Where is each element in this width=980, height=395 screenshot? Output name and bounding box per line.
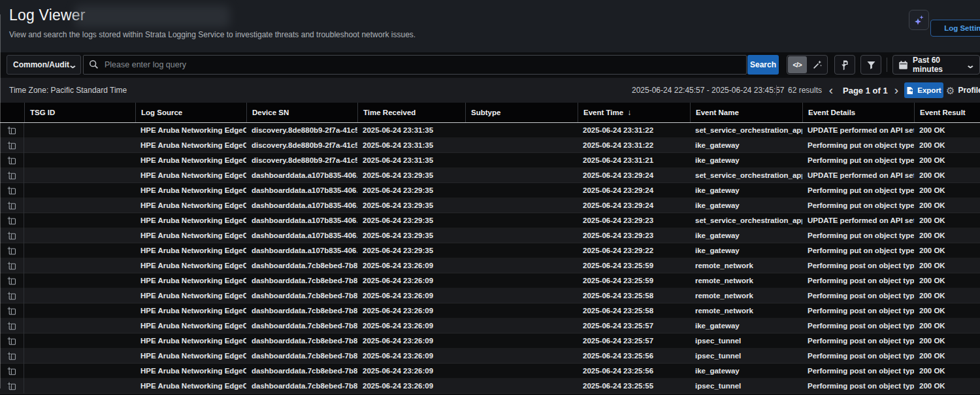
expand-log-details-button[interactable]: [0, 318, 24, 334]
expand-log-details-button[interactable]: [0, 168, 24, 183]
cell-event-details: Performing put on object type i...: [802, 198, 914, 213]
expand-log-details-button[interactable]: [0, 288, 24, 303]
expand-log-details-button[interactable]: [0, 349, 24, 364]
cell-log-source: HPE Aruba Networking EdgeCo...: [135, 318, 246, 334]
code-query-toggle[interactable]: </>: [788, 56, 807, 73]
expand-log-details-button[interactable]: [0, 153, 24, 168]
expand-log-details-button[interactable]: [0, 198, 24, 213]
expand-log-details-button[interactable]: [0, 138, 24, 153]
log-row[interactable]: HPE Aruba Networking EdgeCo... discovery…: [0, 153, 980, 168]
cell-tsg-id: [24, 379, 135, 394]
save-filter-button[interactable]: [834, 55, 855, 75]
header-tsg-id[interactable]: TSG ID: [24, 103, 135, 122]
cell-tsg-id: [24, 349, 135, 364]
log-query-input[interactable]: [83, 55, 747, 75]
log-row[interactable]: HPE Aruba Networking EdgeCo... dashboard…: [0, 273, 980, 288]
expand-log-details-button[interactable]: [0, 379, 24, 394]
expand-log-details-button[interactable]: [0, 213, 24, 228]
log-row[interactable]: HPE Aruba Networking EdgeCo... dashboard…: [0, 288, 980, 303]
expand-log-details-button[interactable]: [0, 123, 24, 138]
log-row[interactable]: HPE Aruba Networking EdgeCo... dashboard…: [0, 198, 980, 213]
export-button[interactable]: Export: [904, 82, 943, 98]
cell-tsg-id: [24, 123, 135, 138]
header-event-name[interactable]: Event Name: [690, 103, 802, 122]
ai-assistant-button[interactable]: [909, 10, 929, 30]
header-time-received[interactable]: Time Received: [357, 103, 465, 122]
cell-event-name: remote_network: [690, 288, 802, 303]
page-prev-button[interactable]: ‹: [826, 78, 836, 103]
cell-event-details: Performing post on object type ...: [802, 303, 914, 318]
log-row[interactable]: HPE Aruba Networking EdgeCo... dashboard…: [0, 349, 980, 364]
expand-details-icon: [7, 322, 16, 331]
results-count: 62 results: [788, 78, 822, 103]
log-row[interactable]: HPE Aruba Networking EdgeCo... discovery…: [0, 123, 980, 138]
header-event-details[interactable]: Event Details: [802, 103, 914, 122]
calendar-icon: [898, 60, 908, 70]
header-event-result[interactable]: Event Result: [914, 103, 980, 122]
cell-subtype: [465, 303, 578, 318]
cell-device-sn: discovery.8de880b9-2f7a-41c5...: [246, 153, 357, 168]
cell-time-received: 2025-06-24 23:26:09: [357, 334, 465, 349]
cell-log-source: HPE Aruba Networking EdgeCo...: [135, 288, 246, 303]
cell-tsg-id: [24, 183, 135, 198]
time-range-selector[interactable]: Past 60 minutes ⌄: [892, 55, 980, 75]
cell-time-received: 2025-06-24 23:29:35: [357, 198, 465, 213]
log-row[interactable]: HPE Aruba Networking EdgeCo... dashboard…: [0, 168, 980, 183]
status-divider: [776, 85, 777, 95]
expand-details-icon: [7, 367, 16, 376]
log-row[interactable]: HPE Aruba Networking EdgeCo... dashboard…: [0, 243, 980, 258]
header-expand-column: [0, 103, 24, 122]
cell-subtype: [465, 318, 578, 334]
log-row[interactable]: HPE Aruba Networking EdgeCo... dashboard…: [0, 364, 980, 379]
filter-button[interactable]: [860, 55, 881, 75]
log-table-body: HPE Aruba Networking EdgeCo... discovery…: [0, 123, 980, 395]
log-row[interactable]: HPE Aruba Networking EdgeCo... dashboard…: [0, 228, 980, 243]
log-row[interactable]: HPE Aruba Networking EdgeCo... dashboard…: [0, 213, 980, 228]
page-next-button[interactable]: ›: [891, 78, 902, 103]
query-builder-toggle[interactable]: [808, 56, 827, 73]
expand-log-details-button[interactable]: [0, 258, 24, 273]
header-log-source[interactable]: Log Source: [135, 103, 246, 122]
expand-log-details-button[interactable]: [0, 243, 24, 258]
expand-log-details-button[interactable]: [0, 334, 24, 349]
search-button[interactable]: Search: [747, 55, 779, 75]
header-event-time[interactable]: Event Time ↓: [578, 103, 690, 122]
expand-details-icon: [7, 292, 16, 301]
header-device-sn[interactable]: Device SN: [246, 103, 357, 122]
profile-label: Profile: [958, 86, 980, 95]
log-row[interactable]: HPE Aruba Networking EdgeCo... dashboard…: [0, 258, 980, 273]
log-row[interactable]: HPE Aruba Networking EdgeCo... dashboard…: [0, 379, 980, 394]
expand-log-details-button[interactable]: [0, 228, 24, 243]
cell-event-time: 2025-06-24 23:31:22: [578, 138, 690, 153]
log-type-selector[interactable]: Common/Audit ⌄: [7, 55, 81, 75]
cell-tsg-id: [24, 258, 135, 273]
expand-log-details-button[interactable]: [0, 303, 24, 318]
cell-tsg-id: [24, 303, 135, 318]
expand-log-details-button[interactable]: [0, 183, 24, 198]
cell-time-received: 2025-06-24 23:26:09: [357, 379, 465, 394]
cell-event-details: Performing post on object type ...: [802, 379, 914, 394]
log-row[interactable]: HPE Aruba Networking EdgeCo... dashboard…: [0, 318, 980, 334]
cell-event-name: remote_network: [690, 303, 802, 318]
log-row[interactable]: HPE Aruba Networking EdgeCo... dashboard…: [0, 183, 980, 198]
expand-log-details-button[interactable]: [0, 273, 24, 288]
cell-event-name: ipsec_tunnel: [690, 379, 802, 394]
gear-icon: ⚙: [946, 86, 955, 95]
cell-device-sn: discovery.8de880b9-2f7a-41c5...: [246, 138, 357, 153]
cell-event-details: UPDATE performed on API set ...: [802, 168, 914, 183]
expand-details-icon: [7, 352, 16, 361]
expand-log-details-button[interactable]: [0, 364, 24, 379]
cell-event-details: Performing post on object type ...: [802, 273, 914, 288]
cell-subtype: [465, 364, 578, 379]
log-row[interactable]: HPE Aruba Networking EdgeCo... dashboard…: [0, 303, 980, 318]
profile-settings-button[interactable]: ⚙ Profile: [946, 78, 980, 103]
log-row[interactable]: HPE Aruba Networking EdgeCo... discovery…: [0, 138, 980, 153]
log-row[interactable]: HPE Aruba Networking EdgeCo... dashboard…: [0, 334, 980, 349]
log-settings-button[interactable]: Log Settings: [930, 20, 980, 37]
cell-tsg-id: [24, 318, 135, 334]
cell-tsg-id: [24, 364, 135, 379]
header-subtype[interactable]: Subtype: [465, 103, 578, 122]
cell-event-details: Performing put on object type i...: [802, 228, 914, 243]
filter-icon: [866, 60, 876, 70]
search-toolbar: Common/Audit ⌄ Search </>: [0, 52, 980, 78]
